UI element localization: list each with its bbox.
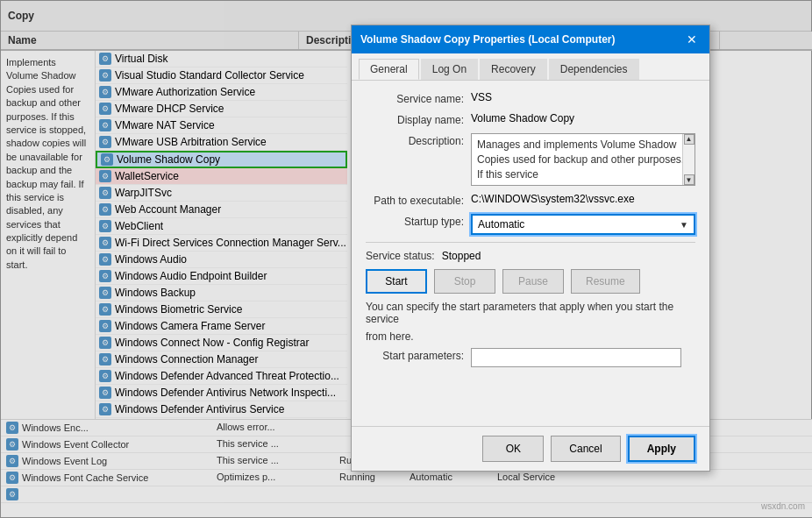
description-row: Description: Manages and implements Volu… [366,133,695,186]
start-params-section: You can specify the start parameters tha… [366,301,695,367]
display-name-label: Display name: [366,112,471,126]
modal-title-text: Volume Shadow Copy Properties (Local Com… [360,33,615,46]
service-control-buttons: Start Stop Pause Resume [366,269,695,294]
description-field: Manages and implements Volume Shadow Cop… [471,133,695,186]
startup-type-row: Startup type: Automatic ▼ [366,214,695,235]
tab-general[interactable]: General [359,59,419,80]
modal-overlay: Volume Shadow Copy Properties (Local Com… [0,0,812,518]
start-params-label: Start parameters: [366,348,471,362]
properties-dialog: Volume Shadow Copy Properties (Local Com… [351,25,710,472]
start-params-input[interactable] [471,348,681,367]
description-label: Description: [366,133,471,147]
watermark: wsxdn.com [761,501,805,511]
scroll-up-btn[interactable]: ▲ [684,134,694,145]
path-value: C:\WINDOWS\system32\vssvc.exe [471,193,695,205]
description-text: Manages and implements Volume Shadow Cop… [477,138,684,181]
service-name-label: Service name: [366,91,471,105]
divider [366,242,695,243]
dropdown-arrow-icon: ▼ [680,220,688,230]
path-label: Path to executable: [366,193,471,207]
startup-type-value: Automatic [478,218,524,231]
path-row: Path to executable: C:\WINDOWS\system32\… [366,193,695,207]
tab-recovery[interactable]: Recovery [480,59,547,80]
startup-type-label: Startup type: [366,214,471,228]
start-params-row: Start parameters: [366,348,695,367]
modal-titlebar: Volume Shadow Copy Properties (Local Com… [352,25,709,53]
modal-body: Service name: VSS Display name: Volume S… [352,81,709,385]
service-status-row: Service status: Stopped [366,250,695,262]
ok-button[interactable]: OK [482,436,544,462]
status-value: Stopped [442,250,481,262]
service-name-row: Service name: VSS [366,91,695,105]
stop-button[interactable]: Stop [434,269,495,294]
apply-button[interactable]: Apply [628,436,695,462]
cancel-button[interactable]: Cancel [551,436,620,462]
start-button[interactable]: Start [366,269,427,294]
start-params-desc-line1: You can specify the start parameters tha… [366,301,695,325]
modal-footer: OK Cancel Apply [352,426,709,471]
resume-button[interactable]: Resume [571,269,640,294]
display-name-value: Volume Shadow Copy [471,112,695,124]
startup-type-dropdown[interactable]: Automatic ▼ [471,214,695,235]
tab-logon[interactable]: Log On [421,59,478,80]
service-name-value: VSS [471,91,695,103]
modal-tabs: General Log On Recovery Dependencies [352,53,709,81]
tab-dependencies[interactable]: Dependencies [549,59,639,80]
display-name-row: Display name: Volume Shadow Copy [366,112,695,126]
description-scrollbar[interactable]: ▲ ▼ [682,134,694,185]
pause-button[interactable]: Pause [502,269,564,294]
modal-close-button[interactable]: ✕ [683,31,701,48]
start-params-desc-line2: from here. [366,330,695,343]
status-label: Service status: [366,250,435,262]
scroll-down-btn[interactable]: ▼ [684,174,694,185]
